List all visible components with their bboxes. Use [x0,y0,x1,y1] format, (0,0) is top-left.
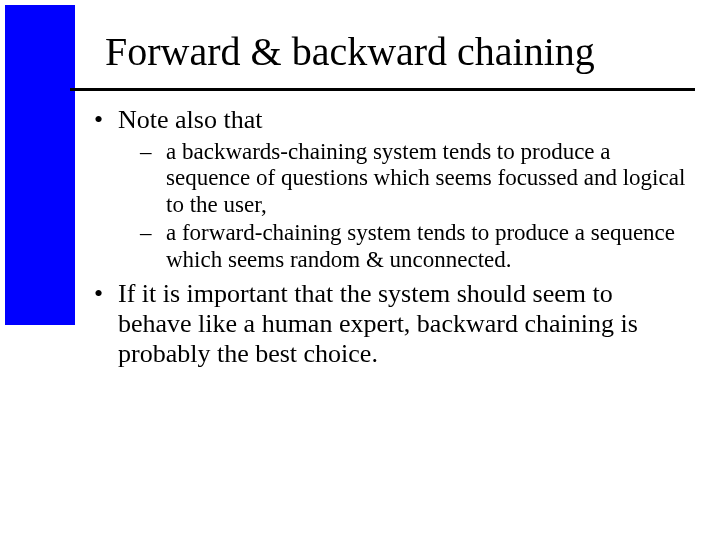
sidebar-accent [5,5,75,325]
sub-bullet-list: a backwards-chaining system tends to pro… [118,139,690,273]
bullet-list: Note also that a backwards-chaining syst… [90,105,690,369]
bullet-text: If it is important that the system shoul… [118,279,638,368]
slide-body: Note also that a backwards-chaining syst… [90,105,690,375]
bullet-item: Note also that a backwards-chaining syst… [90,105,690,273]
sub-bullet-text: a forward-chaining system tends to produ… [166,220,675,271]
bullet-item: If it is important that the system shoul… [90,279,690,369]
sub-bullet-item: a forward-chaining system tends to produ… [118,220,690,273]
bullet-text: Note also that [118,105,262,134]
slide-title: Forward & backward chaining [105,30,685,74]
slide: Forward & backward chaining Note also th… [0,0,720,540]
sub-bullet-item: a backwards-chaining system tends to pro… [118,139,690,218]
title-underline [70,88,695,91]
sub-bullet-text: a backwards-chaining system tends to pro… [166,139,685,217]
